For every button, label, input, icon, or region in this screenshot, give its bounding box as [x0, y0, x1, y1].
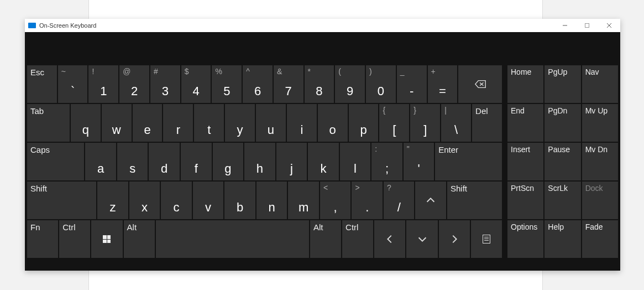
key-6[interactable]: ^6	[243, 65, 273, 103]
title-bar[interactable]: On-Screen Keyboard	[25, 19, 620, 32]
key-del[interactable]: Del	[472, 104, 502, 142]
key-pgdn[interactable]: PgDn	[544, 104, 580, 142]
key-row-4: Shift z x c v b n m <, >. ?/ Shift	[27, 182, 502, 219]
key-9[interactable]: (9	[335, 65, 365, 103]
key-i[interactable]: i	[287, 104, 317, 142]
key-t[interactable]: t	[194, 104, 224, 142]
key-dock[interactable]: Dock	[582, 182, 618, 219]
minimize-button[interactable]	[554, 19, 576, 32]
key-open-bracket[interactable]: {[	[379, 104, 409, 142]
key-arrow-down[interactable]	[406, 220, 437, 258]
key-a[interactable]: a	[85, 143, 116, 180]
key-arrow-left[interactable]	[374, 220, 405, 258]
key-caps[interactable]: Caps	[27, 143, 84, 180]
key-enter[interactable]: Enter	[435, 143, 502, 180]
key-scrlk[interactable]: ScrLk	[544, 182, 580, 219]
key-l[interactable]: l	[340, 143, 371, 180]
key-1[interactable]: !1	[88, 65, 118, 103]
key-help[interactable]: Help	[544, 220, 580, 258]
key-arrow-right[interactable]	[439, 220, 470, 258]
key-esc[interactable]: Esc	[27, 65, 57, 103]
key-equals[interactable]: +=	[428, 65, 458, 103]
key-ctrl-left[interactable]: Ctrl	[59, 220, 90, 258]
key-menu[interactable]	[471, 220, 502, 258]
key-minus[interactable]: _-	[397, 65, 427, 103]
key-s[interactable]: s	[117, 143, 148, 180]
key-n[interactable]: n	[256, 182, 287, 219]
key-4[interactable]: $4	[181, 65, 211, 103]
key-slash[interactable]: ?/	[384, 182, 415, 219]
key-prtscn[interactable]: PrtScn	[507, 182, 543, 219]
maximize-button[interactable]	[576, 19, 598, 32]
key-row-1: Esc ~` !1 @2 #3 $4 %5 ^6 &7 *8 (9 )0 _- …	[27, 65, 502, 103]
arrow-left-icon	[384, 233, 396, 245]
key-home[interactable]: Home	[507, 65, 543, 103]
app-icon	[28, 23, 36, 28]
key-w[interactable]: w	[102, 104, 132, 142]
key-3[interactable]: #3	[150, 65, 180, 103]
key-g[interactable]: g	[213, 143, 244, 180]
key-backslash[interactable]: |\	[441, 104, 471, 142]
key-o[interactable]: o	[318, 104, 348, 142]
key-b[interactable]: b	[224, 182, 255, 219]
key-end[interactable]: End	[507, 104, 543, 142]
key-v[interactable]: v	[193, 182, 224, 219]
key-windows[interactable]	[91, 220, 122, 258]
svg-rect-1	[585, 24, 589, 28]
key-0[interactable]: )0	[366, 65, 396, 103]
key-p[interactable]: p	[349, 104, 379, 142]
key-m[interactable]: m	[288, 182, 319, 219]
key-h[interactable]: h	[244, 143, 275, 180]
key-c[interactable]: c	[161, 182, 192, 219]
key-close-bracket[interactable]: }]	[410, 104, 440, 142]
close-button[interactable]	[598, 19, 620, 32]
key-fn[interactable]: Fn	[27, 220, 58, 258]
key-tab[interactable]: Tab	[27, 104, 70, 142]
key-alt-right[interactable]: Alt	[310, 220, 341, 258]
arrow-up-icon	[425, 194, 437, 206]
key-shift-left[interactable]: Shift	[27, 182, 96, 219]
key-j[interactable]: j	[276, 143, 307, 180]
arrow-down-icon	[416, 233, 428, 245]
key-space[interactable]	[156, 220, 309, 258]
key-5[interactable]: %5	[212, 65, 242, 103]
key-x[interactable]: x	[129, 182, 160, 219]
key-r[interactable]: r	[163, 104, 193, 142]
key-z[interactable]: z	[97, 182, 128, 219]
key-2[interactable]: @2	[119, 65, 149, 103]
key-k[interactable]: k	[308, 143, 339, 180]
key-insert[interactable]: Insert	[507, 143, 543, 180]
key-comma[interactable]: <,	[320, 182, 351, 219]
arrow-right-icon	[448, 233, 460, 245]
key-quote[interactable]: "'	[404, 143, 434, 180]
key-mv-dn[interactable]: Mv Dn	[582, 143, 618, 180]
key-backtick[interactable]: ~`	[58, 65, 88, 103]
key-nav[interactable]: Nav	[582, 65, 618, 103]
backspace-icon	[474, 78, 486, 90]
key-u[interactable]: u	[256, 104, 286, 142]
key-mv-up[interactable]: Mv Up	[582, 104, 618, 142]
key-fade[interactable]: Fade	[582, 220, 618, 258]
window-title: On-Screen Keyboard	[39, 22, 96, 29]
key-pgup[interactable]: PgUp	[544, 65, 580, 103]
key-semicolon[interactable]: :;	[371, 143, 402, 180]
windows-icon	[103, 235, 111, 243]
key-pause[interactable]: Pause	[544, 143, 580, 180]
key-8[interactable]: *8	[305, 65, 334, 103]
key-arrow-up[interactable]	[415, 182, 446, 219]
key-period[interactable]: >.	[352, 182, 383, 219]
key-e[interactable]: e	[133, 104, 163, 142]
key-row-2: Tab q w e r t y u i o p {[ }] |\ Del	[27, 104, 502, 142]
key-y[interactable]: y	[225, 104, 255, 142]
key-shift-right[interactable]: Shift	[447, 182, 502, 219]
key-row-3: Caps a s d f g h j k l :; "' Enter	[27, 143, 502, 180]
keyboard-area: Esc ~` !1 @2 #3 $4 %5 ^6 &7 *8 (9 )0 _- …	[25, 32, 620, 271]
key-q[interactable]: q	[71, 104, 101, 142]
key-options[interactable]: Options	[507, 220, 543, 258]
key-7[interactable]: &7	[274, 65, 303, 103]
key-f[interactable]: f	[181, 143, 212, 180]
key-ctrl-right[interactable]: Ctrl	[342, 220, 373, 258]
key-alt-left[interactable]: Alt	[124, 220, 155, 258]
key-d[interactable]: d	[149, 143, 180, 180]
key-backspace[interactable]	[458, 65, 502, 103]
